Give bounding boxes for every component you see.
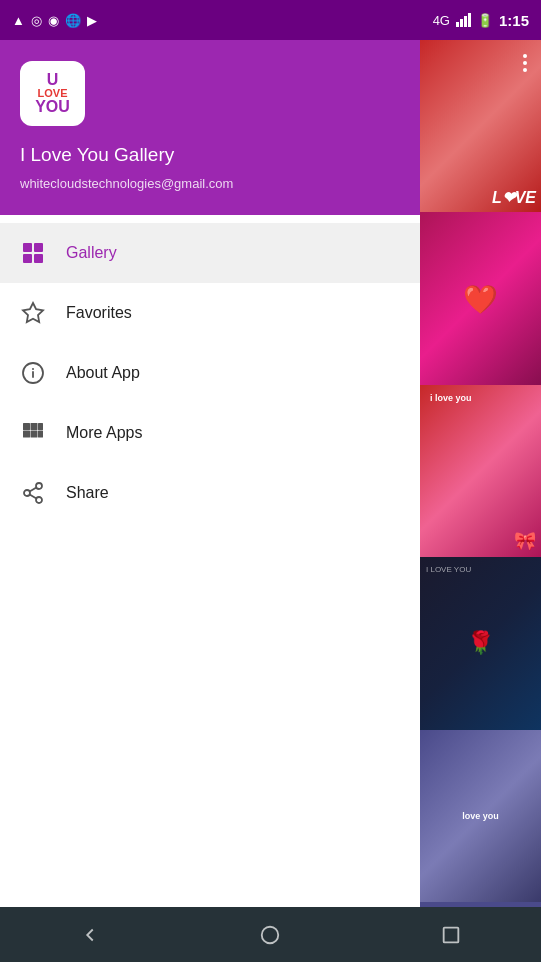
thumb-4[interactable]: 🌹 I LOVE YOU bbox=[420, 557, 541, 729]
right-panel: L❤VE ❤️ 🎀 i love you 🌹 I LOVE YOU love y… bbox=[420, 40, 541, 962]
nav-list: Gallery Favorites bbox=[0, 215, 420, 962]
status-bar: ▲ ◎ ◉ 🌐 ▶ 4G 🔋 1:15 bbox=[0, 0, 541, 40]
svg-marker-4 bbox=[23, 303, 43, 322]
bar-3 bbox=[464, 16, 467, 27]
about-label: About App bbox=[66, 364, 140, 382]
share-icon bbox=[20, 480, 46, 506]
sidebar-item-about[interactable]: About App bbox=[0, 343, 420, 403]
navigation-icon: ▲ bbox=[12, 13, 25, 28]
signal-icon-1: ◎ bbox=[31, 13, 42, 28]
navigation-drawer: U LOVE YOU I Love You Gallery whitecloud… bbox=[0, 40, 420, 962]
app-logo: U LOVE YOU bbox=[20, 61, 85, 126]
favorites-icon bbox=[20, 300, 46, 326]
svg-rect-13 bbox=[38, 431, 43, 438]
overflow-menu-button[interactable] bbox=[519, 50, 531, 76]
favorites-label: Favorites bbox=[66, 304, 132, 322]
share-label: Share bbox=[66, 484, 109, 502]
thumb-2[interactable]: ❤️ bbox=[420, 212, 541, 384]
svg-rect-11 bbox=[23, 431, 30, 438]
gallery-label: Gallery bbox=[66, 244, 117, 262]
svg-rect-3 bbox=[34, 254, 43, 263]
bottom-nav bbox=[0, 907, 541, 962]
network-label: 4G bbox=[433, 13, 450, 28]
svg-line-17 bbox=[30, 495, 37, 499]
svg-line-18 bbox=[30, 488, 37, 492]
home-button[interactable] bbox=[245, 910, 295, 960]
svg-rect-9 bbox=[31, 423, 38, 430]
sidebar-item-gallery[interactable]: Gallery bbox=[0, 223, 420, 283]
svg-rect-20 bbox=[443, 927, 458, 942]
gallery-icon bbox=[20, 240, 46, 266]
svg-rect-12 bbox=[31, 431, 38, 438]
svg-rect-10 bbox=[38, 423, 43, 430]
app-email: whitecloudstechnologies@gmail.com bbox=[20, 176, 400, 191]
signal-strength bbox=[456, 13, 471, 27]
thumb-5[interactable]: love you bbox=[420, 730, 541, 902]
bar-4 bbox=[468, 13, 471, 27]
svg-rect-1 bbox=[34, 243, 43, 252]
svg-point-19 bbox=[262, 926, 279, 943]
recents-button[interactable] bbox=[426, 910, 476, 960]
svg-rect-8 bbox=[23, 423, 30, 430]
bar-2 bbox=[460, 19, 463, 27]
svg-point-16 bbox=[36, 497, 42, 503]
bar-1 bbox=[456, 22, 459, 27]
svg-point-15 bbox=[24, 490, 30, 496]
sidebar-item-favorites[interactable]: Favorites bbox=[0, 283, 420, 343]
more-apps-icon bbox=[20, 420, 46, 446]
signal-icon-2: ◉ bbox=[48, 13, 59, 28]
more-apps-label: More Apps bbox=[66, 424, 142, 442]
logo-inner: U LOVE YOU bbox=[35, 72, 70, 115]
youtube-icon: ▶ bbox=[87, 13, 97, 28]
battery-icon: 🔋 bbox=[477, 13, 493, 28]
app-title: I Love You Gallery bbox=[20, 144, 400, 166]
svg-rect-0 bbox=[23, 243, 32, 252]
sidebar-item-share[interactable]: Share bbox=[0, 463, 420, 523]
svg-point-14 bbox=[36, 483, 42, 489]
sidebar-item-more-apps[interactable]: More Apps bbox=[0, 403, 420, 463]
svg-rect-2 bbox=[23, 254, 32, 263]
time-display: 1:15 bbox=[499, 12, 529, 29]
back-button[interactable] bbox=[65, 910, 115, 960]
globe-icon: 🌐 bbox=[65, 13, 81, 28]
thumb-3[interactable]: 🎀 i love you bbox=[420, 385, 541, 557]
drawer-header: U LOVE YOU I Love You Gallery whitecloud… bbox=[0, 40, 420, 215]
status-left-icons: ▲ ◎ ◉ 🌐 ▶ bbox=[12, 13, 97, 28]
thumbnail-grid: L❤VE ❤️ 🎀 i love you 🌹 I LOVE YOU love y… bbox=[420, 40, 541, 902]
main-container: U LOVE YOU I Love You Gallery whitecloud… bbox=[0, 40, 541, 962]
about-icon bbox=[20, 360, 46, 386]
status-right-icons: 4G 🔋 1:15 bbox=[433, 12, 529, 29]
